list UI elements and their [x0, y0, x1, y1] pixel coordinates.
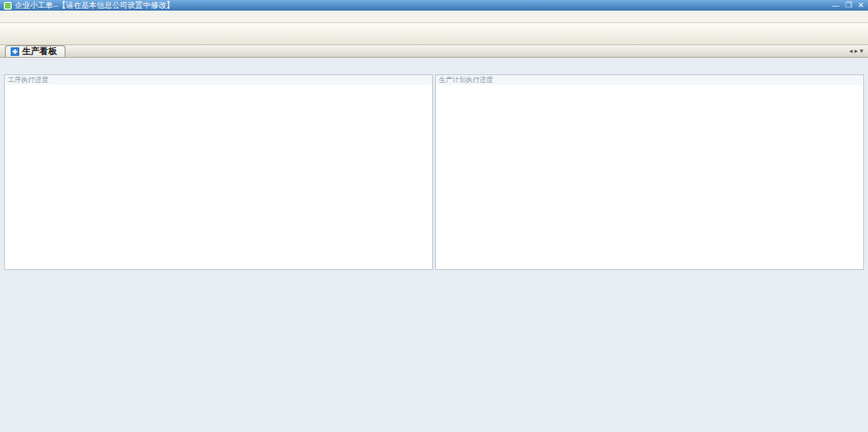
plan-progress-panel-title: 生产计划执行进度 [436, 75, 863, 85]
tab-label: 生产看板 [22, 45, 57, 58]
process-progress-panel: 工序执行进度 [4, 74, 433, 270]
app-icon [4, 2, 12, 10]
toolbar [0, 23, 868, 45]
tables-row: 工序执行进度 生产计划执行进度 [4, 74, 864, 270]
title-bar: 企业小工单--【请在基本信息公司设置中修改】 — ❐ ✕ [0, 0, 868, 11]
tab-production-dashboard[interactable]: ✚ 生产看板 [5, 45, 66, 57]
tab-bar: ✚ 生产看板 ◂ ▸ ▾ [0, 45, 868, 58]
menu-bar [0, 11, 868, 23]
maximize-button[interactable]: ❐ [845, 1, 852, 10]
process-progress-panel-title: 工序执行进度 [5, 75, 432, 85]
plan-progress-panel: 生产计划执行进度 [435, 74, 864, 270]
window-title: 企业小工单--【请在基本信息公司设置中修改】 [14, 0, 831, 11]
app-window: 企业小工单--【请在基本信息公司设置中修改】 — ❐ ✕ ✚ 生产看板 ◂ ▸ … [0, 0, 868, 432]
minimize-button[interactable]: — [831, 1, 839, 10]
dashboard-tab-icon: ✚ [11, 47, 19, 56]
tab-nav-buttons[interactable]: ◂ ▸ ▾ [850, 47, 868, 57]
close-button[interactable]: ✕ [857, 1, 864, 10]
dashboard-content: 工序执行进度 生产计划执行进度 [0, 58, 868, 432]
